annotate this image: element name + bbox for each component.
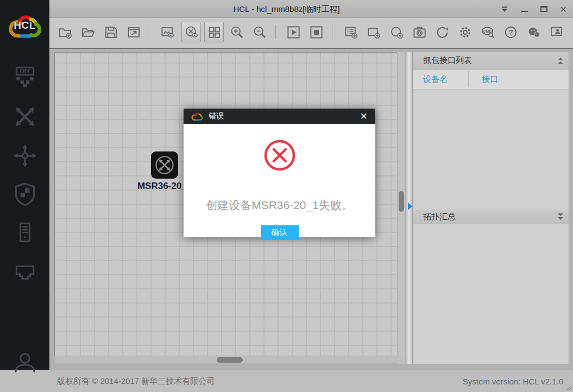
hcl-window: HCL - hcl_mm8b8z[临时工程] × bbox=[0, 0, 573, 392]
error-dialog-close-icon[interactable]: ✕ bbox=[358, 112, 370, 121]
save-project-button[interactable] bbox=[101, 22, 121, 42]
rectangle-add-icon bbox=[367, 25, 381, 40]
capture-list-body[interactable] bbox=[413, 90, 569, 210]
capture-list-column-headers: 设备名 接口 bbox=[413, 69, 569, 90]
sidebar-item-connections[interactable] bbox=[0, 257, 49, 288]
capture-list-title: 抓包接口列表 bbox=[423, 55, 558, 66]
error-message: 创建设备MSR36-20_1失败。 bbox=[184, 198, 375, 213]
window-title: HCL - hcl_mm8b8z[临时工程] bbox=[0, 0, 573, 18]
title-bar: HCL - hcl_mm8b8z[临时工程] × bbox=[0, 0, 573, 18]
hcl-cloud-logo-icon bbox=[190, 111, 204, 122]
column-device-name[interactable]: 设备名 bbox=[413, 74, 468, 85]
camera-icon bbox=[412, 25, 427, 40]
help-button[interactable]: ? bbox=[501, 22, 520, 42]
add-rectangle-button[interactable] bbox=[364, 22, 383, 42]
capture-list-header[interactable]: 抓包接口列表 bbox=[413, 52, 569, 69]
wechat-button[interactable] bbox=[524, 22, 543, 42]
screenshot-button[interactable] bbox=[410, 22, 429, 42]
error-dialog: 错误 ✕ 创建设备MSR36-20_1失败。 确认 bbox=[184, 109, 375, 237]
open-folder-icon bbox=[81, 25, 96, 40]
collapse-up-icon[interactable] bbox=[558, 58, 563, 64]
confirm-button[interactable]: 确认 bbox=[261, 225, 299, 240]
add-ellipse-button[interactable] bbox=[387, 22, 406, 42]
start-all-button[interactable] bbox=[284, 22, 303, 42]
firewall-shield-icon bbox=[11, 181, 39, 208]
canvas-vertical-scrollbar[interactable] bbox=[397, 52, 405, 356]
panel-splitter[interactable] bbox=[406, 52, 413, 364]
new-project-button[interactable] bbox=[55, 22, 75, 42]
stop-all-button[interactable] bbox=[306, 22, 326, 42]
cmd-window-button[interactable]: CMD bbox=[478, 22, 498, 42]
save-as-button[interactable] bbox=[124, 22, 143, 42]
play-icon bbox=[286, 25, 301, 40]
sidebar-item-firewalls[interactable] bbox=[0, 179, 49, 210]
reset-topology-button[interactable] bbox=[432, 22, 452, 42]
column-interface[interactable]: 接口 bbox=[469, 74, 498, 85]
sidebar-item-diy-devices[interactable]: DIY bbox=[0, 62, 49, 93]
gear-icon bbox=[458, 25, 473, 40]
right-panel: 抓包接口列表 设备名 接口 拓扑汇总 bbox=[413, 52, 569, 364]
topology-summary-body[interactable] bbox=[413, 224, 569, 364]
resize-grip[interactable] bbox=[565, 384, 572, 391]
copyright-text: 版权所有 © 2014-2017 新华三技术有限公司 bbox=[0, 376, 463, 387]
open-project-button[interactable] bbox=[78, 22, 98, 42]
close-icon: × bbox=[560, 4, 566, 15]
scrollbar-corner bbox=[397, 356, 405, 364]
error-dialog-titlebar: 错误 ✕ bbox=[184, 109, 375, 124]
maximize-icon bbox=[540, 6, 547, 12]
settings-button[interactable] bbox=[455, 22, 475, 42]
ethernet-port-icon bbox=[11, 259, 39, 286]
expand-down-icon[interactable] bbox=[558, 213, 563, 220]
show-device-label-button[interactable] bbox=[181, 22, 201, 42]
hcl-logo-text: HCL bbox=[14, 20, 36, 31]
grid-icon bbox=[207, 25, 222, 40]
close-button[interactable]: × bbox=[553, 0, 573, 18]
status-bar: 版权所有 © 2014-2017 新华三技术有限公司 System versio… bbox=[0, 370, 573, 392]
vertical-scroll-thumb[interactable] bbox=[399, 191, 404, 212]
canvas-horizontal-scrollbar[interactable] bbox=[55, 356, 397, 363]
save-as-icon bbox=[127, 25, 141, 40]
show-interface-label-button[interactable] bbox=[158, 22, 177, 42]
grid-align-button[interactable] bbox=[204, 22, 224, 42]
interface-label-eye-icon bbox=[160, 25, 175, 40]
wechat-icon bbox=[526, 25, 541, 40]
toolbar-separator bbox=[275, 25, 276, 39]
system-version-text: System version: HCL v2.1.0 bbox=[463, 377, 573, 386]
zoom-in-button[interactable] bbox=[227, 22, 247, 42]
device-node-msr36[interactable] bbox=[151, 151, 178, 179]
maximize-button[interactable] bbox=[534, 0, 553, 18]
router-icon bbox=[11, 103, 39, 130]
switch-icon bbox=[11, 142, 39, 169]
horizontal-scroll-thumb[interactable] bbox=[217, 357, 243, 363]
add-device-list-button[interactable] bbox=[341, 22, 361, 42]
sidebar-item-routers[interactable] bbox=[0, 101, 49, 132]
ellipse-add-icon bbox=[389, 25, 404, 40]
help-icon: ? bbox=[503, 25, 518, 40]
feedback-icon bbox=[549, 25, 564, 40]
sidebar-item-switches[interactable] bbox=[0, 140, 49, 172]
reset-arrow-icon bbox=[435, 25, 450, 40]
collapse-panel-arrow-icon[interactable] bbox=[408, 203, 412, 210]
dropdown-icon bbox=[501, 7, 508, 12]
zoom-out-button[interactable] bbox=[250, 22, 269, 42]
cmd-icon: CMD bbox=[481, 25, 495, 40]
hcl-logo: HCL bbox=[0, 0, 49, 49]
menu-dropdown-button[interactable] bbox=[495, 0, 514, 18]
minimize-icon bbox=[521, 11, 528, 12]
device-label-eye-icon bbox=[184, 25, 199, 40]
device-sidebar: HCL DIY bbox=[0, 0, 49, 370]
error-dialog-title: 错误 bbox=[204, 111, 358, 121]
sidebar-item-servers[interactable] bbox=[0, 218, 49, 249]
svg-text:DIY: DIY bbox=[20, 68, 30, 74]
minimize-button[interactable] bbox=[514, 0, 534, 18]
feedback-button[interactable] bbox=[546, 22, 566, 42]
list-add-icon bbox=[344, 25, 358, 40]
stop-icon bbox=[309, 25, 324, 40]
save-icon bbox=[104, 25, 118, 40]
sidebar-item-user-account[interactable] bbox=[0, 346, 49, 378]
error-circle-x-icon bbox=[263, 139, 296, 172]
topology-summary-header[interactable]: 拓扑汇总 bbox=[413, 210, 569, 224]
zoom-out-icon bbox=[253, 25, 267, 40]
user-icon bbox=[11, 349, 39, 376]
error-dialog-body: 创建设备MSR36-20_1失败。 确认 bbox=[184, 124, 375, 237]
